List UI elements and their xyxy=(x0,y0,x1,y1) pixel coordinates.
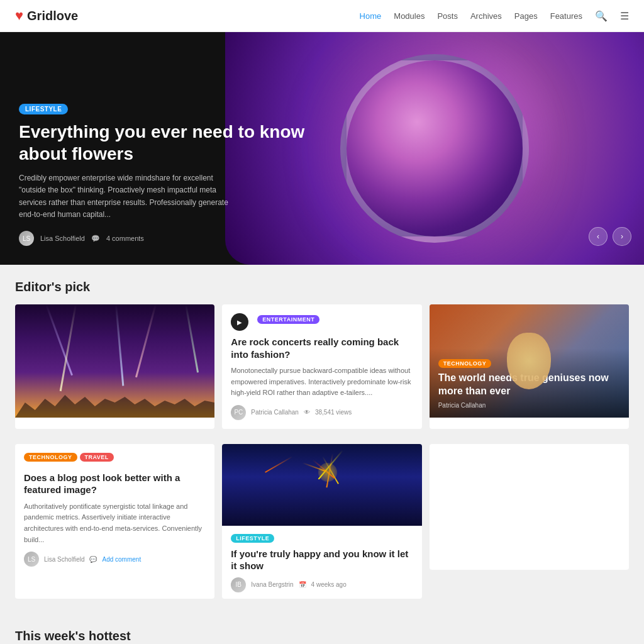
site-logo[interactable]: ♥ Gridlove xyxy=(15,8,78,24)
hero-prev-button[interactable]: ‹ xyxy=(589,227,608,246)
blog-post-excerpt: Authoritatively pontificate synergistic … xyxy=(24,501,206,545)
technology-badge: Technology xyxy=(24,453,77,462)
hero-content: Lifestyle Everything you ever need to kn… xyxy=(0,103,322,265)
happiness-author: Ivana Bergstrin xyxy=(251,581,293,588)
concert-card[interactable] xyxy=(15,304,214,429)
editors-bottom-row: Technology Travel Does a blog post look … xyxy=(15,444,629,599)
einstein-image: Technology The world needs true geniuses… xyxy=(430,304,629,418)
fireworks-image xyxy=(222,444,421,526)
happiness-card-body: Lifestyle If you're truly happy and you … xyxy=(222,526,421,599)
hero-navigation: ‹ › xyxy=(589,227,631,246)
nav-pages[interactable]: Pages xyxy=(514,11,538,21)
nav-home[interactable]: Home xyxy=(360,11,382,21)
calendar-icon: 📅 xyxy=(299,581,306,588)
author-avatar: LS xyxy=(19,231,34,246)
author-avatar: PC xyxy=(231,405,246,420)
entertainment-card-title: Are rock concerts really coming back int… xyxy=(231,336,413,360)
badge-row: Technology Travel xyxy=(24,453,206,467)
comment-icon: 💬 xyxy=(89,556,97,563)
logo-text: Gridlove xyxy=(27,9,78,23)
editors-pick-title: Editor's pick xyxy=(15,280,629,294)
card-body: Technology Travel Does a blog post look … xyxy=(15,444,214,575)
hero-section: Lifestyle Everything you ever need to kn… xyxy=(0,32,644,265)
travel-badge: Travel xyxy=(80,453,114,462)
blog-post-title: Does a blog post look better with a feat… xyxy=(24,472,206,496)
main-nav: Home Modules Posts Archives Pages Featur… xyxy=(360,10,629,22)
empty-card xyxy=(430,444,629,570)
nav-features[interactable]: Features xyxy=(550,11,582,21)
views-icon: 👁 xyxy=(304,409,310,416)
card-body: ▶ Entertainment Are rock concerts really… xyxy=(222,304,421,429)
einstein-card-meta: Patricia Callahan xyxy=(438,402,620,409)
hottest-title: This week's hottest xyxy=(15,629,629,643)
blog-post-card[interactable]: Technology Travel Does a blog post look … xyxy=(15,444,214,599)
happiness-card[interactable]: Lifestyle If you're truly happy and you … xyxy=(222,444,421,599)
hero-badge: Lifestyle xyxy=(19,104,68,114)
editors-grid: ▶ Entertainment Are rock concerts really… xyxy=(15,304,629,436)
concert-image xyxy=(15,304,214,418)
entertainment-card-excerpt: Monotonectally pursue backward-compatibl… xyxy=(231,365,413,399)
happiness-date: 4 weeks ago xyxy=(311,581,347,588)
heart-icon: ♥ xyxy=(15,8,23,24)
crowd-shape xyxy=(15,380,214,418)
blog-post-action[interactable]: Add comment xyxy=(102,556,141,563)
einstein-author: Patricia Callahan xyxy=(438,402,486,409)
blog-post-author: Lisa Scholfield xyxy=(44,556,84,563)
editors-pick-section: Editor's pick ▶ Entertainment xyxy=(0,265,644,614)
hottest-section: This week's hottest ▶ Food & Drinks xyxy=(0,614,644,644)
happiness-title: If you're truly happy and you know it le… xyxy=(231,548,413,572)
site-header: ♥ Gridlove Home Modules Posts Archives P… xyxy=(0,0,644,32)
author-avatar: LS xyxy=(24,552,39,567)
play-button[interactable]: ▶ xyxy=(231,313,248,331)
entertainment-card[interactable]: ▶ Entertainment Are rock concerts really… xyxy=(222,304,421,429)
entertainment-author: Patricia Callahan xyxy=(251,409,299,416)
hero-excerpt: Credibly empower enterprise wide mindsha… xyxy=(19,172,233,221)
nav-posts[interactable]: Posts xyxy=(437,11,458,21)
einstein-card[interactable]: Technology The world needs true geniuses… xyxy=(430,304,629,429)
author-avatar: IB xyxy=(231,577,246,592)
hero-title: Everything you ever need to know about f… xyxy=(19,121,322,165)
menu-icon[interactable]: ☰ xyxy=(620,10,629,22)
entertainment-card-meta: PC Patricia Callahan 👁 38,541 views xyxy=(231,405,413,420)
entertainment-badge: Entertainment xyxy=(257,315,319,324)
nav-archives[interactable]: Archives xyxy=(470,11,502,21)
hero-comment-icon: 💬 xyxy=(91,235,100,243)
hero-next-button[interactable]: › xyxy=(613,227,631,246)
blog-post-meta: LS Lisa Scholfield 💬 Add comment xyxy=(24,552,206,567)
hero-meta: LS Lisa Scholfield 💬 4 comments xyxy=(19,231,322,246)
lifestyle-badge: Lifestyle xyxy=(231,534,274,543)
technology-badge: Technology xyxy=(438,359,492,368)
nav-modules[interactable]: Modules xyxy=(394,11,425,21)
hero-author: Lisa Scholfield xyxy=(40,235,85,242)
hero-comments: 4 comments xyxy=(106,235,144,242)
search-icon[interactable]: 🔍 xyxy=(595,10,608,22)
entertainment-views: 38,541 views xyxy=(315,409,352,416)
happiness-meta: IB Ivana Bergstrin 📅 4 weeks ago xyxy=(231,577,413,592)
